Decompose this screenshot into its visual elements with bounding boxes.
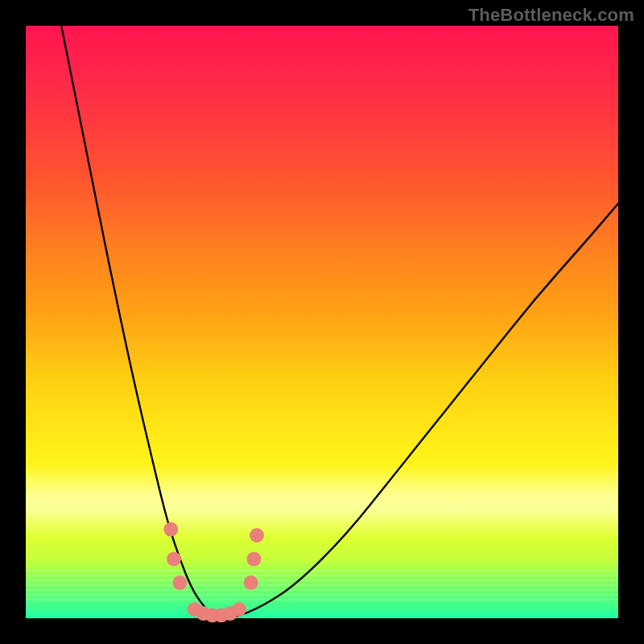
highlight-dot xyxy=(172,576,187,590)
highlight-dot xyxy=(246,551,261,566)
highlight-dot xyxy=(244,576,258,590)
highlight-dot xyxy=(250,528,264,543)
highlight-dot xyxy=(167,551,181,566)
curve-layer xyxy=(26,26,618,618)
bottleneck-curve xyxy=(61,26,618,618)
highlight-dot xyxy=(232,602,246,617)
chart-frame: TheBottleneck.com xyxy=(0,0,644,644)
highlight-dots xyxy=(163,522,264,623)
watermark-text: TheBottleneck.com xyxy=(469,5,634,26)
highlight-dot xyxy=(163,522,178,537)
